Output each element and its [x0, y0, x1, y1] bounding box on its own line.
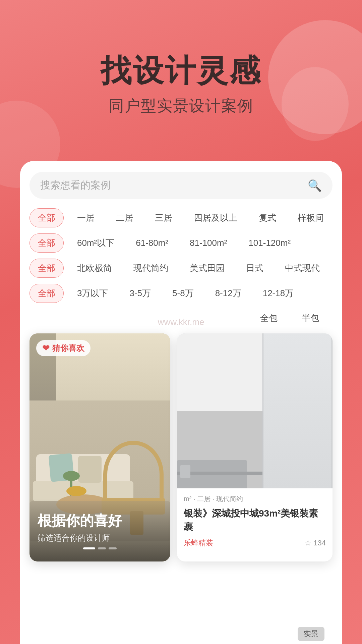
cards-area: ❤ 猜你喜欢 根据你的喜好 筛选适合你的设计师 — [29, 333, 333, 568]
filter-tag-12-18wan[interactable]: 12-18万 — [255, 284, 302, 303]
star-icon: ☆ — [305, 539, 311, 547]
filter-tag-4bed[interactable]: 四居及以上 — [186, 209, 245, 227]
dots-indicator — [38, 547, 162, 549]
dot-3 — [109, 547, 117, 549]
left-card[interactable]: ❤ 猜你喜欢 根据你的喜好 筛选适合你的设计师 — [29, 333, 170, 561]
filter-tag-modern[interactable]: 现代简约 — [125, 259, 176, 277]
card-bottom-overlay: 根据你的喜好 筛选适合你的设计师 — [29, 499, 170, 561]
fruit-bowl — [66, 486, 86, 496]
right-card-image — [177, 333, 333, 488]
bottom-hint-card: 实景 — [152, 617, 333, 644]
bottom-card-label: 实景 — [298, 627, 324, 641]
filter-tag-full[interactable]: 全包 — [252, 309, 286, 327]
filter-tag-61-80[interactable]: 61-80m² — [128, 234, 176, 252]
guess-you-like-badge: ❤ 猜你喜欢 — [36, 340, 90, 356]
filter-tag-3-5wan[interactable]: 3-5万 — [121, 284, 159, 303]
filter-tag-101-120[interactable]: 101-120m² — [240, 234, 299, 252]
filter-tag-all-2[interactable]: 全部 — [29, 233, 64, 253]
filter-tag-japanese[interactable]: 日式 — [238, 259, 272, 277]
main-title: 找设计灵感 — [0, 54, 362, 88]
badge-text: 猜你喜欢 — [52, 343, 84, 354]
dot-2 — [98, 547, 106, 549]
filter-tag-5-8wan[interactable]: 5-8万 — [164, 284, 202, 303]
right-card[interactable]: m² · 二居 · 现代简约 银装》深城投中城93m²美银装素裹 乐蜂精装 ☆ … — [177, 333, 333, 561]
filter-tag-3wan[interactable]: 3万以下 — [69, 284, 116, 303]
filter-tag-3bed[interactable]: 三居 — [147, 209, 180, 227]
filter-tag-model[interactable]: 样板间 — [290, 209, 332, 227]
filter-tag-2bed[interactable]: 二居 — [108, 209, 141, 227]
cushion-beige — [78, 456, 102, 483]
filter-row-4: 全部 3万以下 3-5万 5-8万 8-12万 12-18万 — [29, 284, 333, 303]
likes-count: 134 — [313, 539, 326, 547]
search-icon[interactable]: 🔍 — [308, 179, 322, 192]
search-bar[interactable]: 搜索想看的案例 🔍 — [29, 172, 333, 199]
filter-row-3: 全部 北欧极简 现代简约 美式田园 日式 中式现代 — [29, 259, 333, 278]
search-placeholder: 搜索想看的案例 — [40, 178, 308, 192]
right-card-likes: ☆ 134 — [305, 539, 326, 547]
right-card-tags: m² · 二居 · 现代简约 — [184, 494, 326, 503]
card-main-text: 根据你的喜好 — [38, 513, 162, 529]
filter-tag-nordic[interactable]: 北欧极简 — [69, 259, 120, 277]
right-card-title: 银装》深城投中城93m²美银装素裹 — [184, 507, 326, 533]
filter-tag-chinese[interactable]: 中式现代 — [277, 259, 328, 277]
filter-tag-half[interactable]: 半包 — [294, 309, 327, 327]
left-card-image: ❤ 猜你喜欢 根据你的喜好 筛选适合你的设计师 — [29, 333, 170, 561]
right-card-footer: 乐蜂精装 ☆ 134 — [184, 538, 326, 548]
header-section: 找设计灵感 同户型实景设计案例 — [0, 54, 362, 116]
filter-tag-all-3[interactable]: 全部 — [29, 259, 64, 278]
filter-tag-60sqm[interactable]: 60m²以下 — [69, 234, 122, 252]
card-sub-text: 筛选适合你的设计师 — [38, 533, 162, 543]
right-card-author: 乐蜂精装 — [184, 538, 213, 548]
plant-leaf — [63, 471, 80, 481]
filter-tag-1bed[interactable]: 一居 — [69, 209, 103, 227]
filter-tag-american[interactable]: 美式田园 — [182, 259, 233, 277]
filter-tag-all-4[interactable]: 全部 — [29, 284, 64, 303]
sub-title: 同户型实景设计案例 — [0, 96, 362, 116]
filter-tag-duplex[interactable]: 复式 — [251, 209, 284, 227]
right-card-info: m² · 二居 · 现代简约 银装》深城投中城93m²美银装素裹 乐蜂精装 ☆ … — [177, 488, 333, 554]
filter-tag-8-12wan[interactable]: 8-12万 — [207, 284, 249, 303]
heart-icon: ❤ — [42, 343, 50, 354]
filter-tag-all-1[interactable]: 全部 — [29, 208, 64, 227]
dot-1 — [83, 547, 95, 549]
main-card: 搜索想看的案例 🔍 全部 一居 二居 三居 四居及以上 复式 样板间 全部 60… — [20, 161, 342, 644]
filter-row-2: 全部 60m²以下 61-80m² 81-100m² 101-120m² — [29, 233, 333, 253]
filter-row-1: 全部 一居 二居 三居 四居及以上 复式 样板间 — [29, 208, 333, 227]
filter-row-5: 全包 半包 — [29, 309, 333, 327]
filter-tag-81-100[interactable]: 81-100m² — [182, 234, 235, 252]
